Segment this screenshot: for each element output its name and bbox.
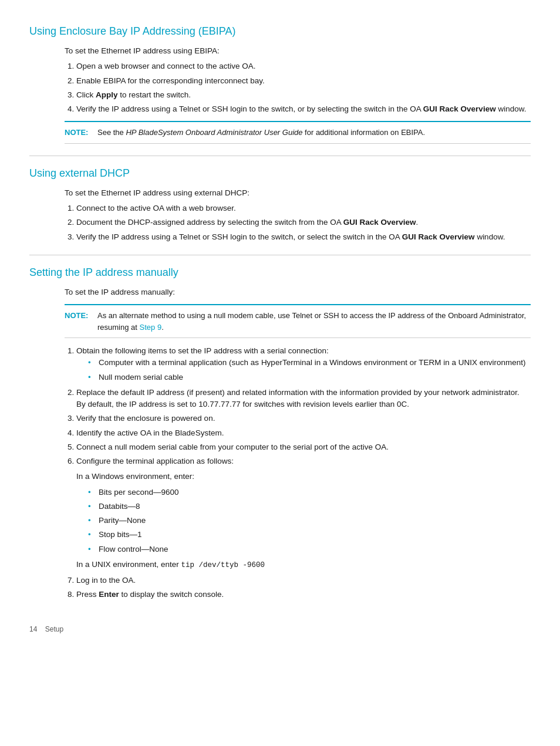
section-divider-2 <box>29 255 531 255</box>
section-label: Setup <box>45 625 63 633</box>
manual-content: To set the IP address manually: NOTE: As… <box>29 286 531 600</box>
ebipa-steps: Open a web browser and connect to the ac… <box>76 60 531 115</box>
page-number: 14 <box>29 625 37 633</box>
ebipa-note: NOTE: See the HP BladeSystem Onboard Adm… <box>65 121 531 144</box>
list-item: Replace the default IP address (if prese… <box>76 387 531 411</box>
list-item: Click Apply to restart the switch. <box>76 89 531 101</box>
dhcp-steps: Connect to the active OA with a web brow… <box>76 202 531 243</box>
list-item: Identify the active OA in the BladeSyste… <box>76 427 531 439</box>
dhcp-heading: Using external DHCP <box>29 166 531 181</box>
list-item: Connect to the active OA with a web brow… <box>76 202 531 214</box>
list-item: Computer with a terminal application (su… <box>88 357 531 369</box>
list-item: Verify that the enclosure is powered on. <box>76 413 531 424</box>
manual-steps: Obtain the following items to set the IP… <box>76 345 531 600</box>
note-label: NOTE: <box>65 127 93 139</box>
unix-env-label: In a UNIX environment, enter tip /dev/tt… <box>76 559 531 571</box>
list-item: Obtain the following items to set the IP… <box>76 345 531 383</box>
dhcp-content: To set the Ethernet IP address using ext… <box>29 187 531 243</box>
list-item: Null modem serial cable <box>88 372 531 383</box>
step9-link[interactable]: Step 9 <box>140 323 162 332</box>
page-footer: 14 Setup <box>29 624 531 634</box>
manual-note: NOTE: As an alternate method to using a … <box>65 304 531 338</box>
manual-section: Setting the IP address manually To set t… <box>29 265 531 600</box>
manual-intro: To set the IP address manually: <box>65 286 531 298</box>
note-label-2: NOTE: <box>65 310 93 322</box>
list-item: Verify the IP address using a Telnet or … <box>76 103 531 115</box>
dhcp-intro: To set the Ethernet IP address using ext… <box>65 187 531 199</box>
windows-env-label: In a Windows environment, enter: <box>76 471 531 482</box>
list-item: Press Enter to display the switch consol… <box>76 589 531 600</box>
ebipa-heading: Using Enclosure Bay IP Addressing (EBIPA… <box>29 23 531 39</box>
ebipa-intro: To set the Ethernet IP address using EBI… <box>65 45 531 57</box>
list-item: Verify the IP address using a Telnet or … <box>76 231 531 243</box>
ebipa-content: To set the Ethernet IP address using EBI… <box>29 45 531 144</box>
list-item: Log in to the OA. <box>76 575 531 586</box>
list-item: Parity—None <box>88 515 531 526</box>
list-item: Databits—8 <box>88 501 531 512</box>
list-item: Document the DHCP-assigned address by se… <box>76 217 531 228</box>
section-divider <box>29 156 531 156</box>
ebipa-section: Using Enclosure Bay IP Addressing (EBIPA… <box>29 23 531 144</box>
note-text: See the HP BladeSystem Onboard Administr… <box>97 127 425 139</box>
list-item: Configure the terminal application as fo… <box>76 455 531 571</box>
list-item: Stop bits—1 <box>88 529 531 541</box>
manual-heading: Setting the IP address manually <box>29 265 531 281</box>
unix-command: tip /dev/ttyb -9600 <box>181 561 265 569</box>
note-text-2: As an alternate method to using a null m… <box>97 310 531 333</box>
list-item: Enable EBIPA for the corresponding inter… <box>76 75 531 87</box>
items-list: Computer with a terminal application (su… <box>88 357 531 383</box>
list-item: Flow control—None <box>88 544 531 555</box>
terminal-settings: Bits per second—9600 Databits—8 Parity—N… <box>88 487 531 555</box>
list-item: Connect a null modem serial cable from y… <box>76 441 531 453</box>
list-item: Bits per second—9600 <box>88 487 531 498</box>
dhcp-section: Using external DHCP To set the Ethernet … <box>29 166 531 243</box>
list-item: Open a web browser and connect to the ac… <box>76 60 531 72</box>
